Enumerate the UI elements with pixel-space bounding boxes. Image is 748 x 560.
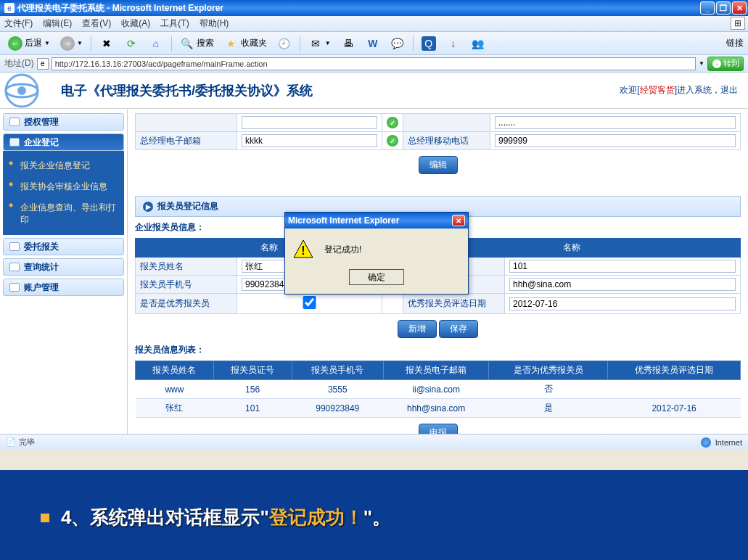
input-email[interactable] bbox=[509, 278, 736, 291]
app-logo-icon bbox=[0, 73, 44, 109]
home-button[interactable]: ⌂ bbox=[145, 35, 167, 52]
dialog-close-button[interactable]: ✕ bbox=[452, 215, 465, 226]
search-label: 搜索 bbox=[197, 37, 214, 49]
menu-help[interactable]: 帮助(H) bbox=[200, 17, 229, 30]
table-row[interactable]: 张红101990923849hhh@sina.com是2012-07-16 bbox=[136, 399, 741, 418]
status-zone: Internet bbox=[715, 438, 742, 447]
apply-button[interactable]: 申报 bbox=[419, 424, 458, 434]
caption-num: 4、 bbox=[61, 506, 90, 528]
stop-button[interactable]: ✖ bbox=[96, 35, 118, 52]
folder-icon bbox=[9, 118, 20, 126]
address-dropdown[interactable]: ▼ bbox=[699, 60, 704, 67]
svg-text:!: ! bbox=[301, 244, 305, 257]
star-icon: ★ bbox=[224, 36, 239, 51]
refresh-button[interactable]: ⟳ bbox=[120, 35, 142, 52]
menu-file[interactable]: 文件(F) bbox=[4, 17, 33, 30]
lbl-date: 优秀报关员评选日期 bbox=[403, 294, 505, 314]
menu-view[interactable]: 查看(V) bbox=[82, 17, 111, 30]
slide-caption: 4、系统弹出对话框显示"登记成功！"。 bbox=[41, 505, 391, 530]
input-blank1[interactable] bbox=[242, 116, 377, 129]
subitem-query-export[interactable]: 企业信息查询、导出和打印 bbox=[17, 197, 124, 231]
folder-icon bbox=[9, 242, 20, 251]
mail-icon: ✉ bbox=[308, 36, 323, 51]
menu-tools[interactable]: 工具(T) bbox=[160, 17, 189, 30]
edit-button[interactable]: 编辑 bbox=[419, 156, 458, 174]
input-certno[interactable] bbox=[509, 260, 736, 273]
sidebar-group-register[interactable]: 企业登记 bbox=[3, 133, 124, 151]
go-label: 转到 bbox=[723, 58, 739, 69]
table-cell: 2012-07-16 bbox=[608, 399, 741, 418]
back-button[interactable]: ←后退▼ bbox=[4, 35, 54, 52]
discuss-button[interactable]: 💬 bbox=[387, 35, 408, 52]
discuss-icon: 💬 bbox=[390, 36, 405, 51]
input-blank2[interactable] bbox=[495, 116, 736, 129]
save-button[interactable]: 保存 bbox=[439, 320, 478, 338]
bullet-icon bbox=[41, 514, 49, 522]
lbl-blank1 bbox=[136, 114, 237, 132]
lbl-name: 报关员姓名 bbox=[136, 258, 237, 276]
sidebar-label-account: 账户管理 bbox=[24, 281, 59, 294]
favorites-button[interactable]: ★收藏夹 bbox=[221, 35, 271, 52]
windows-logo-icon: ⊞ bbox=[731, 17, 745, 30]
search-icon: 🔍 bbox=[180, 36, 194, 51]
address-input[interactable] bbox=[52, 57, 696, 70]
maximize-button[interactable]: ❐ bbox=[716, 1, 731, 15]
sidebar-group-auth[interactable]: 授权管理 bbox=[3, 113, 124, 131]
print-button[interactable]: 🖶 bbox=[337, 35, 359, 52]
mail-button[interactable]: ✉▼ bbox=[305, 35, 334, 52]
input-gm-phone[interactable] bbox=[495, 134, 736, 147]
address-bar: 地址(D) e ▼ →转到 bbox=[0, 55, 748, 73]
ext1-button[interactable]: Q bbox=[418, 35, 440, 52]
sidebar-label-query: 查询统计 bbox=[24, 261, 59, 273]
page-icon: e bbox=[37, 58, 49, 70]
search-button[interactable]: 🔍搜索 bbox=[176, 35, 218, 52]
th-name: 报关员姓名 bbox=[136, 361, 214, 380]
app-title: 电子《代理报关委托书/委托报关协议》系统 bbox=[61, 82, 313, 99]
ext2-icon: ↓ bbox=[446, 36, 461, 51]
table-row[interactable]: www1563555ii@sina.com否 bbox=[136, 380, 741, 399]
caption-q1: " bbox=[260, 506, 268, 528]
window-titlebar: e 代理报关电子委托系统 - Microsoft Internet Explor… bbox=[0, 0, 748, 16]
minimize-button[interactable]: _ bbox=[700, 1, 715, 15]
history-button[interactable]: 🕘 bbox=[274, 35, 295, 52]
edit-button[interactable]: W bbox=[362, 35, 384, 52]
sidebar-group-delegate[interactable]: 委托报关 bbox=[3, 238, 124, 255]
menu-bar: 文件(F) 编辑(E) 查看(V) 收藏(A) 工具(T) 帮助(H) ⊞ bbox=[0, 16, 748, 32]
globe-icon bbox=[701, 437, 711, 448]
checkbox-excellent[interactable] bbox=[242, 296, 377, 309]
folder-icon bbox=[9, 283, 20, 292]
sidebar-group-query[interactable]: 查询统计 bbox=[3, 258, 124, 276]
menu-edit[interactable]: 编辑(E) bbox=[43, 17, 72, 30]
dialog-title-text: Microsoft Internet Explorer bbox=[288, 215, 399, 226]
input-gm-email[interactable] bbox=[242, 134, 377, 147]
menu-favorites[interactable]: 收藏(A) bbox=[121, 17, 150, 30]
ext3-button[interactable]: 👥 bbox=[467, 35, 489, 52]
ext1-icon: Q bbox=[422, 36, 436, 51]
back-icon: ← bbox=[8, 36, 22, 51]
dialog-ok-button[interactable]: 确定 bbox=[349, 269, 404, 285]
table-cell: 156 bbox=[213, 380, 292, 399]
lbl-gm-phone: 总经理移动电话 bbox=[403, 132, 490, 150]
sidebar-group-account[interactable]: 账户管理 bbox=[3, 279, 124, 296]
ext2-button[interactable]: ↓ bbox=[443, 35, 464, 52]
check-icon: ✓ bbox=[387, 135, 398, 147]
links-label[interactable]: 链接 bbox=[726, 37, 744, 49]
status-bar: 📄完毕 Internet bbox=[0, 434, 748, 450]
lbl-blank2 bbox=[403, 114, 490, 132]
table-cell: 3555 bbox=[292, 380, 384, 399]
input-date[interactable] bbox=[509, 297, 736, 310]
close-button[interactable]: ✕ bbox=[732, 1, 747, 15]
th-date: 优秀报关员评选日期 bbox=[608, 361, 741, 380]
sidebar-submenu: 报关企业信息登记 报关协会审核企业信息 企业信息查询、导出和打印 bbox=[3, 151, 124, 235]
sidebar-label-register: 企业登记 bbox=[24, 136, 59, 149]
subitem-audit[interactable]: 报关协会审核企业信息 bbox=[17, 176, 124, 197]
new-button[interactable]: 新增 bbox=[398, 320, 437, 338]
home-icon: ⌂ bbox=[149, 36, 163, 51]
go-button[interactable]: →转到 bbox=[707, 57, 744, 71]
welcome-post[interactable]: ]进入系统，退出 bbox=[675, 85, 738, 95]
folder-icon bbox=[9, 263, 20, 271]
table-cell: 是 bbox=[489, 399, 608, 418]
toolbar: ←后退▼ →▼ ✖ ⟳ ⌂ 🔍搜索 ★收藏夹 🕘 ✉▼ 🖶 W 💬 Q ↓ 👥 … bbox=[0, 32, 748, 55]
forward-button[interactable]: →▼ bbox=[57, 35, 86, 52]
subitem-company-register[interactable]: 报关企业信息登记 bbox=[17, 155, 124, 176]
